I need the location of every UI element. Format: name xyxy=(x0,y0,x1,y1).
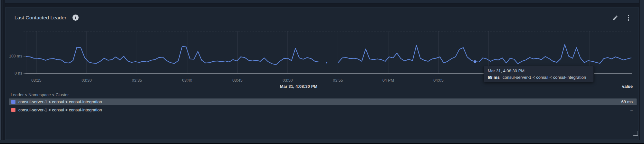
svg-text:03:45: 03:45 xyxy=(232,78,242,83)
panel-resize-handle[interactable] xyxy=(633,131,638,136)
legend-value-column-header[interactable]: value xyxy=(622,84,633,89)
svg-text:04:05: 04:05 xyxy=(433,78,443,83)
edit-button[interactable] xyxy=(611,14,619,21)
panel-menu-button[interactable] xyxy=(625,14,632,21)
tooltip-series: consul-server-1 < consul < consul-integr… xyxy=(503,75,586,80)
series-color-swatch-blue[interactable] xyxy=(11,100,15,104)
legend-row[interactable]: consul-server-1 < consul < consul-integr… xyxy=(9,98,637,105)
svg-text:0 ns: 0 ns xyxy=(14,71,22,76)
series-value: – xyxy=(630,108,633,112)
series-color-swatch-red[interactable] xyxy=(11,108,15,112)
panel-title: Last Contacted Leader xyxy=(14,15,66,21)
series-value: 68 ms xyxy=(621,99,633,104)
svg-text:03:25: 03:25 xyxy=(31,78,41,83)
kebab-menu-icon xyxy=(628,15,629,21)
legend-row[interactable]: consul-server-1 < consul < consul-integr… xyxy=(9,107,637,113)
svg-text:04 PM: 04 PM xyxy=(382,78,394,83)
tooltip-value: 68 ms xyxy=(488,75,500,80)
svg-text:100 ms: 100 ms xyxy=(9,54,22,58)
bottom-bar xyxy=(0,143,644,144)
svg-text:03:40: 03:40 xyxy=(182,78,192,83)
series-label[interactable]: consul-server-1 < consul < consul-integr… xyxy=(18,108,630,112)
svg-text:03:30: 03:30 xyxy=(82,78,91,83)
last-contacted-leader-panel: 100 ms0 ns03:2503:3003:3503:4003:4503:50… xyxy=(5,7,639,140)
tooltip-timestamp: Mar 31, 4:08:30 PM xyxy=(488,68,590,73)
next-row-edge xyxy=(0,140,644,143)
window-left-edge xyxy=(0,0,1,144)
info-icon[interactable]: i xyxy=(72,15,79,21)
chart-tooltip: Mar 31, 4:08:30 PM 68 msconsul-server-1 … xyxy=(484,66,594,82)
pencil-icon xyxy=(612,15,618,21)
legend-column-header: Leader < Namespace < Cluster xyxy=(11,92,69,97)
panel-above-edge xyxy=(5,0,639,4)
svg-text:03:55: 03:55 xyxy=(333,78,343,83)
svg-text:03:50: 03:50 xyxy=(283,78,293,83)
scrollbar-track[interactable] xyxy=(640,0,644,144)
page-left-divider xyxy=(3,0,3,144)
series-label[interactable]: consul-server-1 < consul < consul-integr… xyxy=(18,99,621,104)
x-axis-title: Mar 31, 4:08:30 PM xyxy=(263,84,334,89)
svg-text:03:35: 03:35 xyxy=(132,78,142,83)
